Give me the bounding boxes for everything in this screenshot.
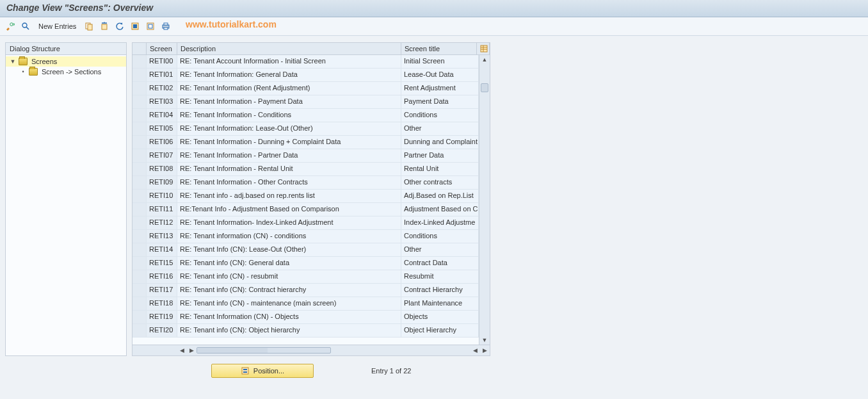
table-row[interactable]: RETI11RE:Tenant Info - Adjustment Based … xyxy=(133,203,479,216)
row-select-handle[interactable] xyxy=(133,203,147,216)
copy-button[interactable] xyxy=(83,20,95,33)
row-select-handle[interactable] xyxy=(133,270,147,283)
cell-screen[interactable]: RETI19 xyxy=(147,311,177,323)
cell-screen[interactable]: RETI15 xyxy=(147,257,177,270)
select-all-button[interactable] xyxy=(129,20,141,33)
table-row[interactable]: RETI19RE: Tenant Information (CN) - Obje… xyxy=(133,311,479,324)
position-button[interactable]: Position... xyxy=(211,364,314,378)
vertical-scrollbar[interactable]: ▲ ▼ xyxy=(479,55,490,345)
scroll-left-arrow-2-icon[interactable]: ◀ xyxy=(470,347,480,354)
cell-description[interactable]: RE: Tenant info (CN): General data xyxy=(177,257,401,270)
table-row[interactable]: RETI05RE: Tenant Information: Lease-Out … xyxy=(133,122,479,136)
cell-screen-title[interactable]: Contract Data xyxy=(401,257,479,270)
row-select-handle[interactable] xyxy=(133,95,147,108)
horizontal-scrollbar[interactable]: ◀ ▶ ◀ ▶ xyxy=(133,345,490,355)
cell-screen-title[interactable]: Conditions xyxy=(401,109,479,122)
scroll-left-arrow-icon[interactable]: ◀ xyxy=(177,347,187,354)
row-select-handle[interactable] xyxy=(133,69,147,81)
cell-description[interactable]: RE: Tenant info (CN) - resubmit xyxy=(177,270,401,283)
cell-screen-title[interactable]: Other xyxy=(401,122,479,135)
hscroll-thumb[interactable] xyxy=(197,348,268,353)
undo-button[interactable] xyxy=(113,20,126,33)
table-row[interactable]: RETI18RE: Tenant info (CN) - maintenance… xyxy=(133,297,479,311)
row-select-handle[interactable] xyxy=(133,163,147,175)
row-select-handle[interactable] xyxy=(133,284,147,297)
toggle-display-change-button[interactable] xyxy=(4,20,17,33)
cell-screen[interactable]: RETI10 xyxy=(147,190,177,202)
table-row[interactable]: RETI00RE: Tenant Account Information - I… xyxy=(133,55,479,69)
cell-screen[interactable]: RETI01 xyxy=(147,69,177,81)
cell-description[interactable]: RE: Tenant Information - Payment Data xyxy=(177,95,401,108)
cell-screen-title[interactable]: Other xyxy=(401,243,479,256)
cell-screen-title[interactable]: Index-Linked Adjustme xyxy=(401,216,479,229)
row-select-handle[interactable] xyxy=(133,230,147,243)
cell-description[interactable]: RE: Tenant Information- Index-Linked Adj… xyxy=(177,216,401,229)
cell-screen[interactable]: RETI20 xyxy=(147,324,177,337)
cell-screen-title[interactable]: Conditions xyxy=(401,230,479,243)
cell-screen[interactable]: RETI03 xyxy=(147,95,177,108)
column-header-screen[interactable]: Screen xyxy=(147,43,177,54)
cell-description[interactable]: RE: Tenant Information - Other Contracts xyxy=(177,176,401,189)
cell-screen-title[interactable]: Lease-Out Data xyxy=(401,69,479,81)
scroll-track[interactable] xyxy=(479,64,490,336)
cell-screen[interactable]: RETI00 xyxy=(147,55,177,68)
cell-screen-title[interactable]: Initial Screen xyxy=(401,55,479,68)
cell-screen-title[interactable]: Payment Data xyxy=(401,95,479,108)
table-row[interactable]: RETI08RE: Tenant Information - Rental Un… xyxy=(133,163,479,176)
print-button[interactable] xyxy=(159,20,172,33)
row-select-handle[interactable] xyxy=(133,149,147,162)
scroll-right-arrow-2-icon[interactable]: ▶ xyxy=(480,347,490,354)
cell-screen-title[interactable]: Partner Data xyxy=(401,149,479,162)
cell-screen[interactable]: RETI11 xyxy=(147,203,177,216)
tree-item-screens[interactable]: ▼Screens xyxy=(6,56,126,67)
hscroll-track[interactable] xyxy=(197,347,331,354)
table-row[interactable]: RETI09RE: Tenant Information - Other Con… xyxy=(133,176,479,190)
cell-screen[interactable]: RETI02 xyxy=(147,82,177,95)
column-header-description[interactable]: Description xyxy=(177,43,401,54)
cell-screen-title[interactable]: Adj.Based on Rep.List xyxy=(401,190,479,202)
cell-screen[interactable]: RETI04 xyxy=(147,109,177,122)
scroll-right-arrow-icon[interactable]: ▶ xyxy=(187,347,197,354)
table-row[interactable]: RETI06RE: Tenant Information - Dunning +… xyxy=(133,136,479,149)
row-select-handle[interactable] xyxy=(133,176,147,189)
row-select-handle[interactable] xyxy=(133,82,147,95)
find-button[interactable] xyxy=(19,20,32,33)
table-row[interactable]: RETI13RE: Tenant information (CN) - cond… xyxy=(133,230,479,243)
cell-screen[interactable]: RETI07 xyxy=(147,149,177,162)
row-select-handle[interactable] xyxy=(133,243,147,256)
scroll-thumb[interactable] xyxy=(481,83,488,92)
table-row[interactable]: RETI14RE: Tenant Info (CN): Lease-Out (O… xyxy=(133,243,479,257)
cell-screen[interactable]: RETI09 xyxy=(147,176,177,189)
table-row[interactable]: RETI10RE: Tenant info - adj.based on rep… xyxy=(133,190,479,203)
cell-screen-title[interactable]: Rent Adjustment xyxy=(401,82,479,95)
row-select-handle[interactable] xyxy=(133,122,147,135)
cell-screen[interactable]: RETI08 xyxy=(147,163,177,175)
row-select-handle[interactable] xyxy=(133,297,147,310)
row-select-handle[interactable] xyxy=(133,311,147,323)
cell-description[interactable]: RE: Tenant info (CN): Contract hierarchy xyxy=(177,284,401,297)
cell-screen-title[interactable]: Plant Maintenance xyxy=(401,297,479,310)
row-select-handle[interactable] xyxy=(133,257,147,270)
table-row[interactable]: RETI01RE: Tenant Information: General Da… xyxy=(133,69,479,82)
cell-description[interactable]: RE: Tenant info - adj.based on rep.rents… xyxy=(177,190,401,202)
table-row[interactable]: RETI20RE: Tenant info (CN): Object hiera… xyxy=(133,324,479,338)
row-select-handle[interactable] xyxy=(133,136,147,149)
cell-description[interactable]: RE: Tenant information (CN) - conditions xyxy=(177,230,401,243)
column-header-screen-title[interactable]: Screen title xyxy=(401,43,477,54)
cell-description[interactable]: RE: Tenant Information - Partner Data xyxy=(177,149,401,162)
cell-description[interactable]: RE: Tenant Information: General Data xyxy=(177,69,401,81)
scroll-up-arrow-icon[interactable]: ▲ xyxy=(482,55,488,64)
cell-screen[interactable]: RETI06 xyxy=(147,136,177,149)
deselect-all-button[interactable] xyxy=(144,20,157,33)
cell-screen[interactable]: RETI12 xyxy=(147,216,177,229)
table-row[interactable]: RETI02RE: Tenant Information (Rent Adjus… xyxy=(133,82,479,95)
cell-description[interactable]: RE: Tenant Account Information - Initial… xyxy=(177,55,401,68)
cell-screen-title[interactable]: Rental Unit xyxy=(401,163,479,175)
row-select-handle[interactable] xyxy=(133,190,147,202)
cell-screen-title[interactable]: Other contracts xyxy=(401,176,479,189)
cell-description[interactable]: RE: Tenant info (CN) - maintenance (main… xyxy=(177,297,401,310)
cell-screen-title[interactable]: Objects xyxy=(401,311,479,323)
table-row[interactable]: RETI07RE: Tenant Information - Partner D… xyxy=(133,149,479,163)
table-row[interactable]: RETI15RE: Tenant info (CN): General data… xyxy=(133,257,479,270)
table-row[interactable]: RETI12RE: Tenant Information- Index-Link… xyxy=(133,216,479,230)
